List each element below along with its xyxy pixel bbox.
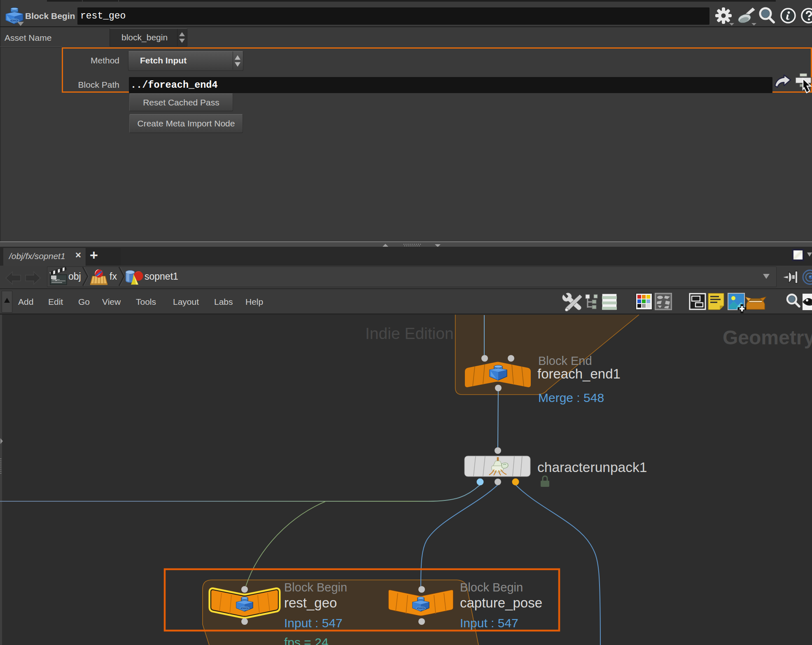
svg-text:rest_geo: rest_geo [284,595,337,610]
svg-text:Block Begin: Block Begin [460,581,523,594]
svg-text:Input : 547: Input : 547 [284,616,343,630]
svg-text:Block End: Block End [538,354,592,367]
svg-text:capture_pose: capture_pose [460,595,542,610]
svg-text:Input : 547: Input : 547 [460,616,518,630]
svg-text:Merge : 548: Merge : 548 [538,391,604,404]
svg-text:fps = 24: fps = 24 [284,636,329,645]
svg-text:Geometry: Geometry [723,327,812,348]
svg-text:Indie Edition: Indie Edition [365,325,454,342]
svg-text:characterunpack1: characterunpack1 [537,460,647,475]
svg-text:foreach_end1: foreach_end1 [537,366,621,381]
svg-text:Block Begin: Block Begin [284,581,347,594]
